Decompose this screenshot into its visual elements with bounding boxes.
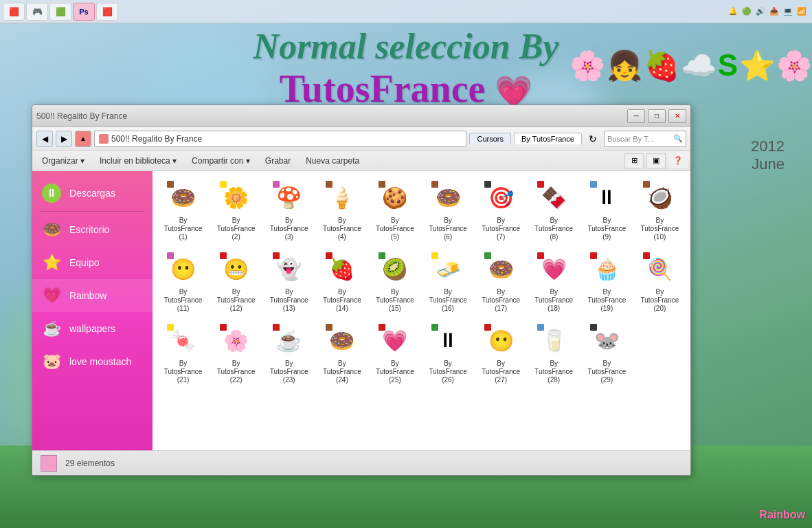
escritorio-icon: 🍩 [43, 221, 61, 239]
file-item[interactable]: ⏸ By TutosFrance (9) [582, 177, 632, 245]
refresh-button[interactable]: ↻ [585, 131, 601, 147]
file-label-2: By TutosFrance (3) [265, 217, 313, 241]
file-icon-27: 🥛 [537, 324, 570, 357]
file-icon-19: 🍭 [643, 252, 676, 285]
sidebar-item-descargas[interactable]: ⏸ Descargas [32, 177, 153, 210]
toolbar-burn[interactable]: Grabar [258, 155, 297, 167]
file-item[interactable]: 🧁 By TutosFrance (19) [582, 248, 632, 317]
file-item[interactable]: 🍩 By TutosFrance (24) [317, 320, 367, 388]
file-icon-7: 🍫 [537, 181, 570, 214]
file-corner-20 [167, 324, 174, 331]
file-item[interactable]: ☕ By TutosFrance (23) [264, 320, 314, 388]
tab-by-tutosfrance[interactable]: By TutosFrance [514, 133, 582, 144]
file-item[interactable]: 💗 By TutosFrance (25) [370, 320, 420, 388]
forward-button[interactable]: ▶ [56, 131, 72, 147]
file-emoji-16: 🍩 [488, 257, 514, 281]
file-label-23: By TutosFrance (24) [318, 360, 365, 384]
file-icon-16: 🍩 [484, 252, 517, 285]
file-item[interactable]: 🍩 By TutosFrance (1) [158, 177, 208, 245]
file-corner-8 [590, 181, 597, 188]
file-emoji-8: ⏸ [596, 186, 617, 209]
file-icon-23: 🍩 [326, 324, 359, 357]
date-year: 2012 [751, 138, 785, 155]
file-label-18: By TutosFrance (19) [583, 288, 631, 313]
status-count: 29 elementos [65, 459, 115, 468]
file-item[interactable]: 👻 By TutosFrance (13) [264, 248, 314, 317]
file-item[interactable]: 🌼 By TutosFrance (2) [211, 177, 261, 245]
taskbar-btn-1[interactable]: 🟥 [3, 3, 25, 21]
rainbow-icon: 💗 [43, 287, 61, 305]
file-item[interactable]: 🥥 By TutosFrance (10) [635, 177, 685, 245]
win-controls: ─ □ ✕ [627, 109, 686, 123]
view-grid-button[interactable]: ⊞ [624, 153, 644, 168]
file-item[interactable]: 🍬 By TutosFrance (21) [158, 320, 208, 388]
file-item[interactable]: 😬 By TutosFrance (12) [211, 248, 261, 317]
toolbar-organize[interactable]: Organizar ▾ [35, 155, 91, 167]
search-box[interactable]: Buscar By T... 🔍 [604, 131, 686, 147]
toolbar-new-folder[interactable]: Nueva carpeta [299, 155, 366, 167]
file-emoji-21: 🌸 [223, 329, 249, 353]
minimize-button[interactable]: ─ [627, 109, 645, 123]
file-item[interactable]: ⏸ By TutosFrance (26) [422, 320, 473, 388]
file-icon-22: ☕ [273, 324, 306, 357]
file-emoji-5: 🍩 [436, 186, 461, 210]
taskbar-btn-ps[interactable]: Ps [73, 3, 95, 21]
file-item[interactable]: 🍪 By TutosFrance (5) [370, 177, 420, 245]
date-display: 2012 June [751, 138, 785, 173]
toolbar-library[interactable]: Incluir en biblioteca ▾ [93, 155, 183, 167]
sidebar-item-equipo[interactable]: ⭐ Equipo [32, 246, 153, 279]
sidebar-item-love-moustach[interactable]: 🐷 love moustach [32, 345, 153, 378]
file-item[interactable]: 🎯 By TutosFrance (7) [476, 177, 526, 245]
tray-dl: 📥 [769, 7, 779, 16]
file-item[interactable]: 🌸 By TutosFrance (22) [211, 320, 261, 388]
file-corner-4 [379, 181, 385, 188]
toolbar-share[interactable]: Compartir con ▾ [185, 155, 257, 167]
nav-path-box[interactable]: 500!! Regalito By France [94, 131, 466, 147]
wallpapers-icon: ☕ [43, 320, 61, 338]
file-corner-28 [590, 324, 597, 331]
search-icon[interactable]: 🔍 [673, 134, 683, 143]
file-item[interactable]: 🍭 By TutosFrance (20) [635, 248, 685, 317]
file-corner-2 [273, 181, 280, 188]
file-item[interactable]: 😶 By TutosFrance (27) [476, 320, 526, 388]
file-item[interactable]: 🧈 By TutosFrance (16) [422, 248, 473, 317]
file-item[interactable]: 🥝 By TutosFrance (15) [370, 248, 420, 317]
emoji-s: S [718, 48, 738, 82]
file-item[interactable]: 🍄 By TutosFrance (3) [264, 177, 314, 245]
view-list-button[interactable]: ▣ [646, 153, 666, 168]
file-label-3: By TutosFrance (4) [318, 217, 365, 241]
file-grid: 🍩 By TutosFrance (1) 🌼 By TutosFrance (2… [153, 171, 690, 450]
file-emoji-13: 🍓 [329, 257, 354, 281]
view-help-button[interactable]: ❓ [668, 153, 688, 168]
file-corner-15 [431, 252, 438, 259]
sidebar-item-rainbow[interactable]: 💗 Rainbow [32, 279, 153, 312]
file-item[interactable]: 🥛 By TutosFrance (28) [529, 320, 579, 388]
tab-cursors[interactable]: Cursors [469, 133, 511, 144]
file-item[interactable]: 😶 By TutosFrance (11) [158, 248, 208, 317]
sidebar-icon-equipo: ⭐ [41, 252, 63, 274]
file-item[interactable]: 💗 By TutosFrance (18) [529, 248, 579, 317]
file-item[interactable]: 🍦 By TutosFrance (4) [317, 177, 367, 245]
back-button[interactable]: ◀ [36, 131, 53, 147]
sidebar-item-escritorio[interactable]: 🍩 Escritorio [32, 213, 153, 246]
file-item[interactable]: 🍓 By TutosFrance (14) [317, 248, 367, 317]
file-icon-21: 🌸 [220, 324, 253, 357]
taskbar-btn-5[interactable]: 🟥 [96, 3, 118, 21]
file-item[interactable]: 🍩 By TutosFrance (17) [476, 248, 526, 317]
close-button[interactable]: ✕ [668, 109, 686, 123]
file-item[interactable]: 🍩 By TutosFrance (6) [422, 177, 473, 245]
file-corner-5 [431, 181, 438, 188]
file-label-13: By TutosFrance (14) [318, 288, 365, 313]
maximize-button[interactable]: □ [648, 109, 666, 123]
file-emoji-12: 👻 [276, 257, 302, 281]
file-label-28: By TutosFrance (29) [583, 360, 631, 384]
file-icon-14: 🥝 [379, 252, 411, 285]
up-button[interactable]: ▲ [75, 131, 91, 147]
sidebar-item-wallpapers[interactable]: ☕ wallpapers [32, 312, 153, 345]
file-icon-11: 😬 [220, 252, 253, 285]
taskbar-btn-3[interactable]: 🟩 [49, 3, 71, 21]
file-item[interactable]: 🍫 By TutosFrance (8) [529, 177, 579, 245]
file-corner-17 [537, 252, 544, 259]
file-item[interactable]: 🐭 By TutosFrance (29) [582, 320, 632, 388]
taskbar-btn-2[interactable]: 🎮 [26, 3, 48, 21]
